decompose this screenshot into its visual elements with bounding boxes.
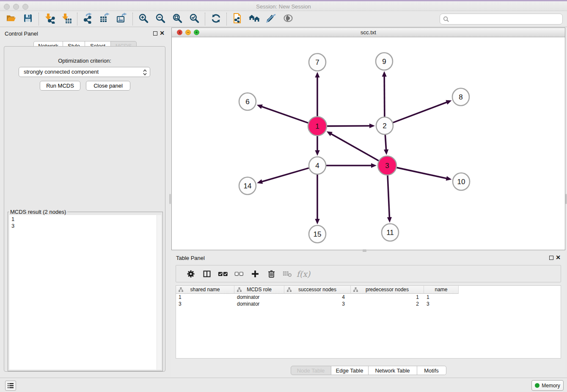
export-network-button[interactable] [80, 12, 96, 26]
graph-node-3[interactable]: 3 [378, 156, 396, 175]
edge-1-4[interactable] [315, 136, 319, 156]
graph-node-10[interactable]: 10 [453, 173, 470, 190]
graph-node-4[interactable]: 4 [309, 157, 326, 174]
zoom-selected-button[interactable] [186, 12, 203, 26]
run-mcds-button[interactable]: Run MCDS [40, 81, 80, 91]
column-header-shared-name[interactable]: shared name [176, 286, 234, 294]
arrowhead-icon [387, 217, 392, 223]
select-all-rows-button[interactable] [215, 268, 231, 279]
zoom-fit-icon [172, 13, 183, 25]
paintbrush-icon [266, 13, 277, 25]
search-field [440, 14, 563, 25]
table-tab-network-table[interactable]: Network Table [369, 366, 417, 375]
import-table-button[interactable] [58, 12, 75, 26]
export-image-button[interactable] [113, 12, 130, 26]
mcds-result-list[interactable]: 1 3 [9, 215, 161, 370]
table-tab-node-table[interactable]: Node Table [291, 366, 331, 375]
table-row[interactable]: 1dominator411 [176, 294, 561, 301]
graph-node-15[interactable]: 15 [309, 226, 326, 243]
edge-2-8[interactable] [393, 100, 452, 122]
column-header-label: predecessor nodes [366, 287, 409, 293]
column-header-label: MCDS role [247, 287, 272, 293]
right-splitter-handle[interactable] [565, 194, 567, 204]
import-network-button[interactable] [41, 12, 58, 26]
table-tab-motifs[interactable]: Motifs [417, 366, 446, 375]
network-window-titlebar[interactable]: x – + scc.txt [172, 28, 565, 37]
graph-node-1[interactable]: 1 [308, 117, 327, 136]
table-close-panel-icon[interactable]: ✕ [556, 254, 561, 261]
add-column-button[interactable] [247, 268, 263, 279]
edge-1-6[interactable] [257, 105, 308, 123]
edge-4-14[interactable] [257, 168, 309, 184]
table-cell: 1 [424, 294, 459, 301]
table-cell: 4 [284, 294, 351, 301]
table-cell: 2 [351, 301, 424, 307]
toolbar-separator [39, 13, 39, 25]
table-float-panel-icon[interactable] [549, 256, 553, 260]
graph-node-7[interactable]: 7 [309, 54, 326, 71]
graph-node-2[interactable]: 2 [376, 117, 393, 135]
memory-status-icon [535, 383, 539, 388]
column-header-predecessor-nodes[interactable]: predecessor nodes [351, 286, 424, 294]
plus-icon [251, 270, 259, 278]
column-header-name[interactable]: name [424, 286, 459, 294]
edge-2-3[interactable] [384, 135, 388, 155]
column-header-successor-nodes[interactable]: successor nodes [284, 286, 351, 294]
edge-1-2[interactable] [327, 124, 375, 128]
apply-layout-button[interactable] [207, 12, 224, 26]
trash-icon [267, 270, 275, 278]
optimization-criterion-label: Optimization criterion: [4, 58, 165, 64]
toggle-graphics-details-button[interactable] [280, 12, 297, 26]
show-columns-button[interactable] [199, 268, 215, 279]
table-cell: 3 [284, 301, 351, 307]
zoom-out-button[interactable] [152, 12, 169, 26]
criterion-select[interactable]: strongly connected component [19, 67, 150, 77]
result-scrollbar[interactable] [157, 215, 161, 370]
arrowhead-icon [315, 219, 319, 224]
close-panel-icon[interactable]: ✕ [160, 30, 165, 36]
graph-node-6[interactable]: 6 [239, 93, 256, 110]
edge-2-9[interactable] [382, 71, 387, 117]
column-header-label: successor nodes [298, 287, 336, 293]
network-window-title: scc.txt [172, 29, 565, 36]
search-input[interactable] [451, 14, 560, 24]
toolbar-separator [226, 13, 227, 25]
delete-column-button[interactable] [263, 268, 279, 279]
export-network-icon [83, 13, 94, 25]
table-row[interactable]: 3dominator323 [176, 301, 561, 307]
graph-node-11[interactable]: 11 [382, 224, 399, 241]
edge-3-11[interactable] [387, 175, 392, 223]
edge-3-10[interactable] [396, 168, 451, 181]
table-tab-edge-table[interactable]: Edge Table [331, 366, 369, 375]
left-splitter-handle[interactable] [169, 194, 171, 204]
memory-button[interactable]: Memory [531, 380, 564, 391]
show-all-networks-button[interactable] [246, 12, 263, 26]
edge-1-7[interactable] [315, 72, 319, 116]
deselect-all-rows-button[interactable] [231, 268, 247, 279]
network-canvas[interactable]: 7968124314101511 [172, 38, 565, 250]
window-title: Session: New Session [0, 3, 567, 10]
save-session-button[interactable] [19, 12, 36, 26]
zoom-in-button[interactable] [135, 12, 152, 26]
clone-network-button[interactable] [229, 12, 246, 26]
delete-table-button[interactable] [279, 268, 295, 279]
close-panel-button[interactable]: Close panel [86, 81, 130, 91]
graph-node-8[interactable]: 8 [452, 88, 469, 106]
edge-3-1[interactable] [327, 131, 379, 160]
control-panel-title: Control Panel [5, 30, 38, 37]
column-header-MCDS-role[interactable]: MCDS role [234, 286, 284, 294]
apply-style-button[interactable] [263, 12, 280, 26]
table-settings-button[interactable] [183, 268, 199, 279]
edge-4-3[interactable] [326, 163, 377, 168]
float-panel-icon[interactable] [153, 31, 157, 36]
table-cell: 1 [176, 294, 234, 301]
export-table-button[interactable] [96, 12, 113, 26]
open-session-button[interactable] [3, 12, 19, 26]
function-builder-button[interactable]: f(x) [295, 268, 311, 279]
task-history-button[interactable] [5, 381, 16, 391]
graph-node-14[interactable]: 14 [239, 177, 256, 195]
graph-node-9[interactable]: 9 [376, 53, 393, 70]
edge-4-15[interactable] [315, 174, 319, 224]
clone-network-icon [232, 13, 243, 25]
zoom-fit-button[interactable] [169, 12, 186, 26]
